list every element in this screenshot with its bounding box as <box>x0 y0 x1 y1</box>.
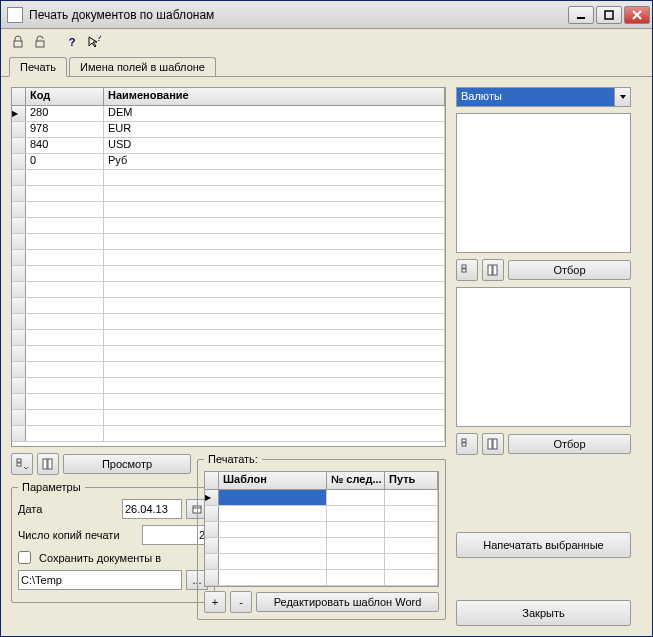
grid-header-name[interactable]: Наименование <box>104 88 445 105</box>
filter1-button[interactable]: Отбор <box>508 260 631 280</box>
cell-name[interactable]: EUR <box>104 122 445 137</box>
grid-header: Код Наименование <box>12 88 445 106</box>
svg-rect-8 <box>17 463 21 466</box>
close-window-button[interactable]: Закрыть <box>456 600 631 626</box>
grid-row[interactable]: 280 DEM <box>12 106 445 122</box>
remove-template-button[interactable]: - <box>230 591 252 613</box>
svg-rect-16 <box>493 265 497 275</box>
row-marker <box>12 154 26 169</box>
params-column: Просмотр Параметры Дата Число копий печа… <box>11 453 191 620</box>
template-row[interactable] <box>205 570 438 586</box>
grid-row[interactable]: 840 USD <box>12 138 445 154</box>
toolbar: ? ? <box>1 29 652 55</box>
grid-row[interactable] <box>12 250 445 266</box>
grid-row[interactable] <box>12 282 445 298</box>
path-input[interactable] <box>18 570 182 590</box>
titlebar: Печать документов по шаблонам <box>1 1 652 29</box>
grid-row[interactable] <box>12 170 445 186</box>
params-fieldset: Параметры Дата Число копий печати <box>11 481 215 603</box>
cell-code[interactable]: 840 <box>26 138 104 153</box>
grid-header-mark[interactable] <box>12 88 26 105</box>
minimize-button[interactable] <box>568 6 594 24</box>
grid-row[interactable] <box>12 330 445 346</box>
svg-rect-13 <box>462 265 466 268</box>
grid-row[interactable] <box>12 410 445 426</box>
row-marker <box>12 106 26 121</box>
filter1-sort-asc[interactable] <box>456 259 478 281</box>
filter1-sort-desc[interactable] <box>482 259 504 281</box>
grid-row[interactable] <box>12 346 445 362</box>
sort-desc-button[interactable] <box>37 453 59 475</box>
savedocs-checkbox[interactable] <box>18 551 31 564</box>
grid-row[interactable] <box>12 218 445 234</box>
grid-row[interactable]: 0 Руб <box>12 154 445 170</box>
template-row[interactable] <box>205 522 438 538</box>
preview-row: Просмотр <box>11 453 191 475</box>
window: Печать документов по шаблонам ? ? Печать… <box>0 0 653 637</box>
close-button[interactable] <box>624 6 650 24</box>
template-grid[interactable]: Шаблон № след... Путь <box>204 471 439 587</box>
cell-name[interactable]: Руб <box>104 154 445 169</box>
filter-list-1[interactable] <box>456 113 631 253</box>
cell-code[interactable]: 0 <box>26 154 104 169</box>
filter2-button[interactable]: Отбор <box>508 434 631 454</box>
toolbar-cursor-help-icon[interactable]: ? <box>85 33 103 51</box>
savedocs-label: Сохранить документы в <box>39 552 161 564</box>
svg-rect-18 <box>462 443 466 446</box>
filter2-sort-desc[interactable] <box>482 433 504 455</box>
grid-row[interactable] <box>12 426 445 442</box>
print-legend: Печатать: <box>204 453 262 465</box>
toolbar-help-icon[interactable]: ? <box>63 33 81 51</box>
cell-name[interactable]: DEM <box>104 106 445 121</box>
grid-row[interactable] <box>12 314 445 330</box>
template-body[interactable] <box>205 490 438 586</box>
filter2-sort-asc[interactable] <box>456 433 478 455</box>
svg-text:?: ? <box>96 35 101 43</box>
grid-header-code[interactable]: Код <box>26 88 104 105</box>
grid-row[interactable] <box>12 202 445 218</box>
tmpl-header-path[interactable]: Путь <box>385 472 438 489</box>
right-column: Валюты Отбор Отбор Напечатать выбранные … <box>456 87 631 626</box>
tmpl-header-name[interactable]: Шаблон <box>219 472 327 489</box>
add-template-button[interactable]: + <box>204 591 226 613</box>
maximize-button[interactable] <box>596 6 622 24</box>
savedocs-row: Сохранить документы в <box>18 551 208 564</box>
edit-template-button[interactable]: Редактировать шаблон Word <box>256 592 439 612</box>
tmpl-header-num[interactable]: № след... <box>327 472 385 489</box>
cell-name[interactable]: USD <box>104 138 445 153</box>
tab-print[interactable]: Печать <box>9 57 67 77</box>
tab-fields[interactable]: Имена полей в шаблоне <box>69 57 216 76</box>
grid-row[interactable] <box>12 234 445 250</box>
grid-row[interactable] <box>12 394 445 410</box>
grid-body[interactable]: 280 DEM 978 EUR 840 USD <box>12 106 445 446</box>
template-row[interactable] <box>205 554 438 570</box>
combo-dropdown-button[interactable] <box>614 88 630 106</box>
grid-row[interactable] <box>12 378 445 394</box>
svg-rect-1 <box>605 11 613 19</box>
category-combo[interactable]: Валюты <box>456 87 631 107</box>
main-grid[interactable]: Код Наименование 280 DEM 978 EUR <box>11 87 446 447</box>
grid-row[interactable] <box>12 266 445 282</box>
template-row[interactable] <box>205 538 438 554</box>
chevron-down-icon <box>619 93 627 101</box>
grid-row[interactable] <box>12 362 445 378</box>
print-selected-button[interactable]: Напечатать выбранные <box>456 532 631 558</box>
toolbar-unlock-icon[interactable] <box>31 33 49 51</box>
filter-list-2[interactable] <box>456 287 631 427</box>
grid-row[interactable] <box>12 186 445 202</box>
cell-code[interactable]: 978 <box>26 122 104 137</box>
svg-rect-5 <box>36 41 44 47</box>
grid-row[interactable] <box>12 298 445 314</box>
cell-code[interactable]: 280 <box>26 106 104 121</box>
sort-asc-button[interactable] <box>11 453 33 475</box>
preview-button[interactable]: Просмотр <box>63 454 191 474</box>
date-input[interactable] <box>122 499 182 519</box>
template-row[interactable] <box>205 506 438 522</box>
close-icon <box>632 10 642 20</box>
grid-row[interactable]: 978 EUR <box>12 122 445 138</box>
svg-rect-20 <box>493 439 497 449</box>
template-row[interactable] <box>205 490 438 506</box>
toolbar-lock-icon[interactable] <box>9 33 27 51</box>
window-controls <box>568 6 650 24</box>
tmpl-header-mark[interactable] <box>205 472 219 489</box>
